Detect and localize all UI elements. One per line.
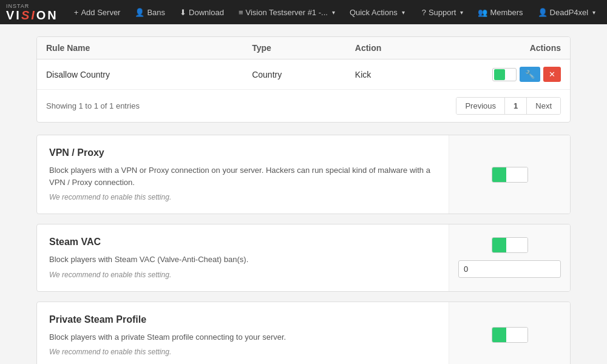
- vpn-proxy-recommend: We recommend to enable this setting.: [49, 193, 436, 201]
- steam-vac-title: Steam VAC: [49, 237, 436, 248]
- toggle-off-part: [506, 238, 527, 252]
- table-info: Showing 1 to 1 of 1 entries: [46, 101, 140, 110]
- vpn-proxy-card: VPN / Proxy Block players with a VPN or …: [36, 135, 571, 214]
- cell-action: Kick: [355, 70, 458, 79]
- nav-bans-label: Bans: [147, 8, 165, 17]
- col-actions: Actions: [458, 43, 561, 53]
- navbar: INSTAR VISION + Add Server 👤 Bans ⬇ Down…: [0, 0, 607, 24]
- steam-vac-recommend: We recommend to enable this setting.: [49, 271, 436, 279]
- steam-vac-right: [449, 224, 570, 291]
- question-icon: ?: [422, 8, 426, 17]
- steam-vac-desc: Block players with Steam VAC (Valve-Anti…: [49, 254, 436, 266]
- private-steam-title: Private Steam Profile: [49, 314, 436, 325]
- nav-bans[interactable]: 👤 Bans: [129, 0, 171, 24]
- toggle-on-part: [492, 328, 506, 342]
- nav-members[interactable]: 👥 Members: [472, 0, 529, 24]
- logo-vi: VI: [6, 8, 21, 22]
- vpn-proxy-toggle[interactable]: [492, 167, 528, 183]
- private-steam-left: Private Steam Profile Block players with…: [37, 302, 449, 365]
- nav-download-label: Download: [189, 8, 224, 17]
- users-icon: 👥: [478, 8, 487, 17]
- toggle-off-part: [506, 328, 527, 342]
- toggle-off-part: [506, 167, 527, 182]
- cell-rule-name: Disallow Country: [46, 70, 252, 79]
- col-action: Action: [355, 43, 458, 53]
- nav-user-label: DeadP4xel: [550, 8, 589, 17]
- row-actions: 🔧 ✕: [458, 67, 561, 82]
- next-button[interactable]: Next: [527, 98, 560, 114]
- table-row: Disallow Country Country Kick 🔧 ✕: [37, 59, 570, 90]
- nav-user[interactable]: 👤 DeadP4xel: [532, 0, 602, 24]
- col-rule-name: Rule Name: [46, 43, 252, 53]
- steam-vac-card: Steam VAC Block players with Steam VAC (…: [36, 224, 571, 292]
- download-icon: ⬇: [180, 8, 186, 17]
- user-icon: 👤: [135, 8, 144, 17]
- nav-testserver[interactable]: ≡ Vision Testserver #1 -...: [232, 0, 341, 24]
- private-steam-toggle[interactable]: [492, 327, 528, 343]
- vpn-proxy-desc: Block players with a VPN or Proxy connec…: [49, 164, 436, 188]
- pagination: Previous 1 Next: [456, 97, 561, 115]
- rules-table-section: Rule Name Type Action Actions Disallow C…: [36, 36, 571, 123]
- logo-on: ON: [36, 8, 58, 22]
- delete-button[interactable]: ✕: [543, 67, 561, 82]
- nav-add-server[interactable]: + Add Server: [68, 0, 127, 24]
- nav-support[interactable]: ? Support: [416, 0, 470, 24]
- logo: INSTAR VISION: [6, 3, 58, 21]
- main-content: Rule Name Type Action Actions Disallow C…: [0, 24, 607, 364]
- toggle-on-part: [492, 167, 506, 182]
- private-steam-card: Private Steam Profile Block players with…: [36, 302, 571, 365]
- nav-support-label: Support: [429, 8, 456, 17]
- plus-icon: +: [74, 8, 79, 17]
- table-footer: Showing 1 to 1 of 1 entries Previous 1 N…: [37, 90, 570, 122]
- toggle-knob: [494, 69, 505, 80]
- page-1-button[interactable]: 1: [505, 98, 527, 114]
- nav-add-server-label: Add Server: [81, 8, 120, 17]
- nav-quick-actions[interactable]: Quick Actions: [344, 0, 411, 24]
- toggle-on-part: [492, 238, 506, 252]
- account-icon: 👤: [538, 8, 548, 17]
- steam-vac-left: Steam VAC Block players with Steam VAC (…: [37, 224, 449, 291]
- private-steam-desc: Block players with a private Steam profi…: [49, 331, 436, 343]
- vpn-proxy-title: VPN / Proxy: [49, 147, 436, 158]
- cell-type: Country: [252, 70, 355, 79]
- logo-si: SI: [21, 8, 36, 22]
- nav-members-label: Members: [490, 8, 523, 17]
- private-steam-right: [449, 302, 570, 365]
- edit-button[interactable]: 🔧: [520, 67, 540, 82]
- prev-button[interactable]: Previous: [456, 98, 505, 114]
- col-type: Type: [252, 43, 355, 53]
- table-header: Rule Name Type Action Actions: [37, 37, 570, 59]
- row-toggle[interactable]: [492, 68, 517, 81]
- steam-vac-input[interactable]: [458, 260, 561, 278]
- nav-download[interactable]: ⬇ Download: [174, 0, 230, 24]
- logo-vision: VISION: [6, 9, 58, 21]
- private-steam-recommend: We recommend to enable this setting.: [49, 348, 436, 356]
- nav-testserver-label: Vision Testserver #1 -...: [246, 8, 328, 17]
- list-icon: ≡: [239, 8, 243, 17]
- vpn-proxy-left: VPN / Proxy Block players with a VPN or …: [37, 135, 449, 214]
- nav-quick-actions-label: Quick Actions: [350, 8, 398, 17]
- steam-vac-toggle[interactable]: [492, 237, 528, 253]
- vpn-proxy-right: [449, 135, 570, 214]
